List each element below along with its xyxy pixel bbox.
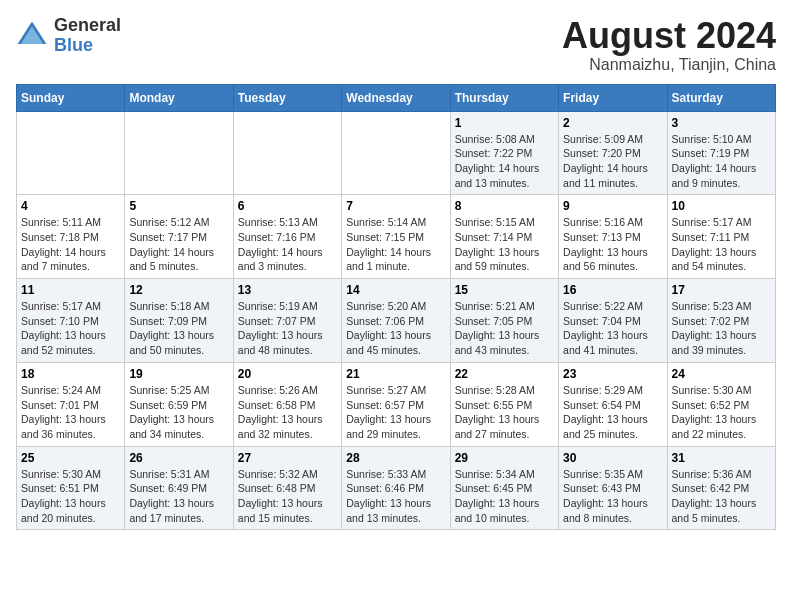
day-number: 20 <box>238 367 337 381</box>
calendar-table: SundayMondayTuesdayWednesdayThursdayFrid… <box>16 84 776 531</box>
day-number: 6 <box>238 199 337 213</box>
calendar-cell: 17Sunrise: 5:23 AMSunset: 7:02 PMDayligh… <box>667 279 775 363</box>
header: General Blue August 2024 Nanmaizhu, Tian… <box>16 16 776 74</box>
day-info: Sunrise: 5:27 AMSunset: 6:57 PMDaylight:… <box>346 383 445 442</box>
day-info: Sunrise: 5:21 AMSunset: 7:05 PMDaylight:… <box>455 299 554 358</box>
header-day-sunday: Sunday <box>17 84 125 111</box>
calendar-week-5: 25Sunrise: 5:30 AMSunset: 6:51 PMDayligh… <box>17 446 776 530</box>
day-info: Sunrise: 5:24 AMSunset: 7:01 PMDaylight:… <box>21 383 120 442</box>
header-row: SundayMondayTuesdayWednesdayThursdayFrid… <box>17 84 776 111</box>
day-number: 31 <box>672 451 771 465</box>
day-info: Sunrise: 5:30 AMSunset: 6:51 PMDaylight:… <box>21 467 120 526</box>
calendar-cell: 6Sunrise: 5:13 AMSunset: 7:16 PMDaylight… <box>233 195 341 279</box>
day-info: Sunrise: 5:14 AMSunset: 7:15 PMDaylight:… <box>346 215 445 274</box>
header-day-saturday: Saturday <box>667 84 775 111</box>
header-day-wednesday: Wednesday <box>342 84 450 111</box>
day-info: Sunrise: 5:32 AMSunset: 6:48 PMDaylight:… <box>238 467 337 526</box>
day-number: 29 <box>455 451 554 465</box>
calendar-cell <box>17 111 125 195</box>
calendar-cell: 16Sunrise: 5:22 AMSunset: 7:04 PMDayligh… <box>559 279 667 363</box>
day-number: 1 <box>455 116 554 130</box>
calendar-cell: 8Sunrise: 5:15 AMSunset: 7:14 PMDaylight… <box>450 195 558 279</box>
calendar-cell: 28Sunrise: 5:33 AMSunset: 6:46 PMDayligh… <box>342 446 450 530</box>
calendar-cell: 24Sunrise: 5:30 AMSunset: 6:52 PMDayligh… <box>667 362 775 446</box>
calendar-header: SundayMondayTuesdayWednesdayThursdayFrid… <box>17 84 776 111</box>
calendar-week-4: 18Sunrise: 5:24 AMSunset: 7:01 PMDayligh… <box>17 362 776 446</box>
day-info: Sunrise: 5:26 AMSunset: 6:58 PMDaylight:… <box>238 383 337 442</box>
day-info: Sunrise: 5:17 AMSunset: 7:10 PMDaylight:… <box>21 299 120 358</box>
calendar-title: August 2024 <box>562 16 776 56</box>
day-number: 30 <box>563 451 662 465</box>
header-day-tuesday: Tuesday <box>233 84 341 111</box>
calendar-cell: 4Sunrise: 5:11 AMSunset: 7:18 PMDaylight… <box>17 195 125 279</box>
calendar-cell: 5Sunrise: 5:12 AMSunset: 7:17 PMDaylight… <box>125 195 233 279</box>
calendar-cell: 23Sunrise: 5:29 AMSunset: 6:54 PMDayligh… <box>559 362 667 446</box>
calendar-week-2: 4Sunrise: 5:11 AMSunset: 7:18 PMDaylight… <box>17 195 776 279</box>
day-number: 15 <box>455 283 554 297</box>
day-info: Sunrise: 5:30 AMSunset: 6:52 PMDaylight:… <box>672 383 771 442</box>
calendar-cell: 22Sunrise: 5:28 AMSunset: 6:55 PMDayligh… <box>450 362 558 446</box>
header-day-monday: Monday <box>125 84 233 111</box>
calendar-cell: 7Sunrise: 5:14 AMSunset: 7:15 PMDaylight… <box>342 195 450 279</box>
calendar-week-3: 11Sunrise: 5:17 AMSunset: 7:10 PMDayligh… <box>17 279 776 363</box>
calendar-cell: 29Sunrise: 5:34 AMSunset: 6:45 PMDayligh… <box>450 446 558 530</box>
calendar-cell: 10Sunrise: 5:17 AMSunset: 7:11 PMDayligh… <box>667 195 775 279</box>
day-info: Sunrise: 5:08 AMSunset: 7:22 PMDaylight:… <box>455 132 554 191</box>
calendar-cell: 13Sunrise: 5:19 AMSunset: 7:07 PMDayligh… <box>233 279 341 363</box>
calendar-cell: 27Sunrise: 5:32 AMSunset: 6:48 PMDayligh… <box>233 446 341 530</box>
day-number: 23 <box>563 367 662 381</box>
day-info: Sunrise: 5:36 AMSunset: 6:42 PMDaylight:… <box>672 467 771 526</box>
day-info: Sunrise: 5:10 AMSunset: 7:19 PMDaylight:… <box>672 132 771 191</box>
calendar-cell: 19Sunrise: 5:25 AMSunset: 6:59 PMDayligh… <box>125 362 233 446</box>
day-info: Sunrise: 5:16 AMSunset: 7:13 PMDaylight:… <box>563 215 662 274</box>
day-number: 27 <box>238 451 337 465</box>
day-number: 17 <box>672 283 771 297</box>
day-info: Sunrise: 5:13 AMSunset: 7:16 PMDaylight:… <box>238 215 337 274</box>
day-number: 22 <box>455 367 554 381</box>
day-number: 19 <box>129 367 228 381</box>
day-number: 9 <box>563 199 662 213</box>
calendar-cell: 30Sunrise: 5:35 AMSunset: 6:43 PMDayligh… <box>559 446 667 530</box>
header-day-thursday: Thursday <box>450 84 558 111</box>
day-info: Sunrise: 5:20 AMSunset: 7:06 PMDaylight:… <box>346 299 445 358</box>
day-number: 14 <box>346 283 445 297</box>
day-number: 18 <box>21 367 120 381</box>
day-info: Sunrise: 5:25 AMSunset: 6:59 PMDaylight:… <box>129 383 228 442</box>
day-number: 4 <box>21 199 120 213</box>
day-info: Sunrise: 5:18 AMSunset: 7:09 PMDaylight:… <box>129 299 228 358</box>
day-info: Sunrise: 5:23 AMSunset: 7:02 PMDaylight:… <box>672 299 771 358</box>
day-info: Sunrise: 5:35 AMSunset: 6:43 PMDaylight:… <box>563 467 662 526</box>
day-number: 7 <box>346 199 445 213</box>
day-number: 2 <box>563 116 662 130</box>
calendar-cell: 26Sunrise: 5:31 AMSunset: 6:49 PMDayligh… <box>125 446 233 530</box>
calendar-cell <box>125 111 233 195</box>
calendar-cell: 9Sunrise: 5:16 AMSunset: 7:13 PMDaylight… <box>559 195 667 279</box>
calendar-cell: 14Sunrise: 5:20 AMSunset: 7:06 PMDayligh… <box>342 279 450 363</box>
logo-blue: Blue <box>54 36 121 56</box>
day-number: 11 <box>21 283 120 297</box>
calendar-week-1: 1Sunrise: 5:08 AMSunset: 7:22 PMDaylight… <box>17 111 776 195</box>
calendar-body: 1Sunrise: 5:08 AMSunset: 7:22 PMDaylight… <box>17 111 776 530</box>
day-info: Sunrise: 5:17 AMSunset: 7:11 PMDaylight:… <box>672 215 771 274</box>
day-number: 16 <box>563 283 662 297</box>
day-number: 13 <box>238 283 337 297</box>
day-number: 28 <box>346 451 445 465</box>
calendar-cell: 1Sunrise: 5:08 AMSunset: 7:22 PMDaylight… <box>450 111 558 195</box>
day-number: 12 <box>129 283 228 297</box>
logo: General Blue <box>16 16 121 56</box>
day-info: Sunrise: 5:34 AMSunset: 6:45 PMDaylight:… <box>455 467 554 526</box>
calendar-cell: 18Sunrise: 5:24 AMSunset: 7:01 PMDayligh… <box>17 362 125 446</box>
day-info: Sunrise: 5:31 AMSunset: 6:49 PMDaylight:… <box>129 467 228 526</box>
calendar-cell: 20Sunrise: 5:26 AMSunset: 6:58 PMDayligh… <box>233 362 341 446</box>
calendar-cell: 11Sunrise: 5:17 AMSunset: 7:10 PMDayligh… <box>17 279 125 363</box>
day-info: Sunrise: 5:22 AMSunset: 7:04 PMDaylight:… <box>563 299 662 358</box>
calendar-cell: 25Sunrise: 5:30 AMSunset: 6:51 PMDayligh… <box>17 446 125 530</box>
day-info: Sunrise: 5:28 AMSunset: 6:55 PMDaylight:… <box>455 383 554 442</box>
calendar-cell: 21Sunrise: 5:27 AMSunset: 6:57 PMDayligh… <box>342 362 450 446</box>
calendar-cell: 31Sunrise: 5:36 AMSunset: 6:42 PMDayligh… <box>667 446 775 530</box>
day-info: Sunrise: 5:29 AMSunset: 6:54 PMDaylight:… <box>563 383 662 442</box>
day-number: 24 <box>672 367 771 381</box>
logo-icon <box>16 20 48 52</box>
day-info: Sunrise: 5:33 AMSunset: 6:46 PMDaylight:… <box>346 467 445 526</box>
calendar-cell: 3Sunrise: 5:10 AMSunset: 7:19 PMDaylight… <box>667 111 775 195</box>
